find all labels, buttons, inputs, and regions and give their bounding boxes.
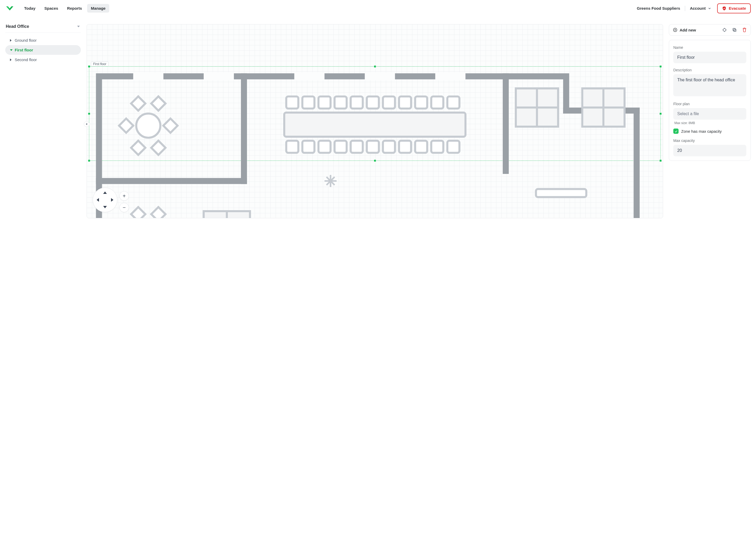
panel-form: Name Description Floor plan Select a fil…	[669, 40, 751, 161]
location-label: Head Office	[6, 24, 29, 29]
svg-rect-18	[131, 141, 145, 155]
trash-icon[interactable]	[742, 28, 747, 32]
svg-rect-43	[351, 141, 363, 153]
floorplan-label: Floor plan	[673, 102, 746, 106]
svg-rect-45	[383, 141, 395, 153]
account-label: Account	[690, 6, 706, 10]
nav-link-reports[interactable]: Reports	[64, 4, 86, 13]
tree-item-label: First floor	[15, 48, 33, 52]
caret-right-icon	[10, 59, 12, 61]
plus-circle-icon	[673, 28, 678, 32]
checkbox-checked-icon	[673, 129, 679, 134]
resize-handle[interactable]	[660, 113, 661, 115]
description-label: Description	[673, 68, 746, 72]
evacuate-label: Evacuate	[729, 6, 746, 10]
floor-tree: Ground floor First floor Second floor	[5, 35, 81, 65]
svg-rect-42	[335, 141, 347, 153]
chevron-down-icon	[77, 26, 80, 27]
add-new-label: Add new	[680, 28, 696, 32]
max-cap-label: Max capacity	[673, 139, 746, 143]
svg-rect-35	[399, 97, 411, 109]
max-cap-input[interactable]	[673, 145, 746, 156]
description-input[interactable]	[673, 74, 746, 96]
pan-down-button[interactable]	[103, 206, 107, 208]
zone-label: First floor	[91, 62, 109, 66]
nav-link-spaces[interactable]: Spaces	[41, 4, 62, 13]
svg-rect-31	[335, 97, 347, 109]
resize-handle[interactable]	[88, 113, 90, 115]
tree-item-label: Ground floor	[15, 38, 36, 43]
svg-rect-33	[367, 97, 379, 109]
copy-icon[interactable]	[732, 28, 737, 32]
resize-handle[interactable]	[660, 66, 661, 67]
svg-point-13	[136, 114, 160, 138]
caret-right-icon	[10, 39, 12, 42]
resize-handle[interactable]	[88, 66, 90, 67]
svg-rect-29	[302, 97, 314, 109]
chevron-down-icon	[708, 7, 711, 10]
svg-rect-28	[286, 97, 298, 109]
pan-right-button[interactable]	[111, 198, 113, 202]
resize-handle[interactable]	[88, 160, 90, 162]
tree-item-second-floor[interactable]: Second floor	[5, 55, 81, 65]
resize-handle[interactable]	[660, 160, 661, 162]
svg-rect-38	[447, 97, 459, 109]
svg-rect-40	[302, 141, 314, 153]
top-nav: Today Spaces Reports Manage Greens Food …	[0, 0, 756, 17]
pan-control	[93, 188, 117, 212]
floor-plan-image	[93, 70, 657, 218]
svg-rect-14	[131, 96, 145, 111]
tree-item-label: Second floor	[15, 57, 37, 62]
floorplan-hint: Max size: 8MB	[674, 121, 745, 125]
name-input[interactable]	[673, 52, 746, 63]
pan-up-button[interactable]	[103, 192, 107, 194]
caret-down-icon	[10, 49, 13, 51]
svg-rect-16	[119, 119, 133, 133]
target-icon[interactable]	[722, 28, 727, 32]
svg-rect-17	[163, 119, 177, 133]
name-label: Name	[673, 45, 746, 50]
floorplan-canvas[interactable]: First floor	[87, 24, 663, 218]
org-name[interactable]: Greens Food Suppliers	[637, 6, 680, 10]
zoom-in-button[interactable]: +	[119, 191, 129, 201]
svg-rect-22	[151, 207, 165, 218]
sidebar: Head Office Ground floor First floor Sec…	[5, 24, 81, 65]
tree-item-first-floor[interactable]: First floor	[5, 45, 81, 55]
zone-selection[interactable]: First floor	[89, 66, 661, 161]
zoom-control: + −	[119, 191, 129, 212]
svg-rect-112	[734, 29, 736, 31]
tree-item-ground-floor[interactable]: Ground floor	[5, 35, 81, 45]
add-new-button[interactable]: Add new	[673, 28, 696, 32]
pan-left-button[interactable]	[97, 198, 99, 202]
nav-link-today[interactable]: Today	[20, 4, 39, 13]
svg-rect-47	[415, 141, 427, 153]
floorplan-file-input[interactable]: Select a file	[673, 108, 746, 120]
svg-rect-32	[351, 97, 363, 109]
location-select[interactable]: Head Office	[5, 24, 81, 33]
collapse-sidebar-handle[interactable]	[84, 121, 90, 127]
max-cap-toggle[interactable]: Zone has max capacity	[673, 129, 746, 134]
svg-rect-34	[383, 97, 395, 109]
canvas-wrap: First floor	[87, 24, 663, 218]
max-cap-toggle-label: Zone has max capacity	[681, 129, 722, 134]
resize-handle[interactable]	[374, 66, 376, 67]
svg-rect-27	[284, 113, 465, 137]
account-menu[interactable]: Account	[690, 6, 711, 10]
zoom-out-button[interactable]: −	[119, 203, 129, 212]
properties-panel: Add new Name Description Floor plan Sele…	[669, 24, 751, 161]
svg-rect-37	[431, 97, 443, 109]
svg-rect-48	[431, 141, 443, 153]
svg-rect-30	[318, 97, 330, 109]
evacuate-button[interactable]: Evacuate	[717, 3, 751, 13]
nav-link-manage[interactable]: Manage	[87, 4, 109, 13]
shield-check-icon	[722, 6, 727, 11]
svg-point-107	[723, 29, 726, 31]
svg-rect-46	[399, 141, 411, 153]
brand-logo	[5, 5, 14, 12]
svg-rect-19	[151, 141, 165, 155]
svg-rect-49	[447, 141, 459, 153]
svg-rect-113	[733, 28, 735, 31]
svg-rect-15	[151, 96, 165, 111]
nav-links: Today Spaces Reports Manage	[20, 4, 109, 13]
svg-rect-44	[367, 141, 379, 153]
